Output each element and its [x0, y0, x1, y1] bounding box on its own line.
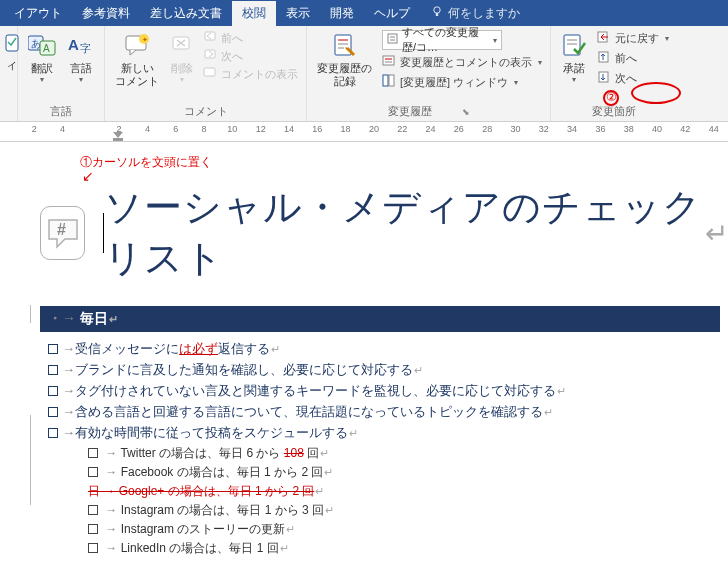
list-item: →含める言語と回避する言語について、現在話題になっているトピックを確認する↵ [48, 403, 728, 421]
dialog-launcher-icon[interactable]: ⬊ [462, 107, 470, 117]
change-bar [30, 305, 31, 323]
arrow-up-icon [597, 50, 611, 66]
annotation-arrow-icon: ↙ [82, 168, 94, 184]
translate-button[interactable]: あA 翻訳 ▾ [22, 28, 62, 89]
title-row: # ソーシャル・メディアのチェックリスト ↵ [40, 182, 728, 284]
chevron-down-icon: ▾ [665, 34, 669, 43]
ruler-tick: 6 [162, 124, 190, 134]
ruler-tick: 44 [700, 124, 728, 134]
changes-prev-button[interactable]: 前へ [597, 50, 669, 66]
arrow-down-icon [597, 70, 611, 86]
ruler-tick [77, 124, 105, 134]
tab-developer[interactable]: 開発 [320, 1, 364, 26]
tab-mailings[interactable]: 差し込み文書 [140, 1, 232, 26]
svg-text:✦: ✦ [142, 36, 148, 43]
ruler-tick: 16 [303, 124, 331, 134]
accept-button[interactable]: 承諾 ▾ [555, 28, 593, 89]
ruler-tick: 4 [133, 124, 161, 134]
markup-select-icon [387, 33, 399, 47]
change-bar [30, 415, 31, 505]
tell-me-box[interactable]: 何をしますか [420, 5, 520, 22]
checkbox-icon [48, 428, 58, 438]
section-heading: ・→ 毎日↵ [40, 306, 720, 332]
ruler-tick: 2 [20, 124, 48, 134]
delete-comment-button[interactable]: 削除 ▾ [165, 28, 199, 89]
annotation-oval-next [631, 82, 681, 104]
list-item: → LinkedIn の場合は、毎日 1 回↵ [88, 540, 728, 557]
arrow-right-icon [203, 48, 217, 64]
display-for-review-select[interactable]: すべての変更履歴/コ… ▾ [382, 30, 502, 50]
list-item: 日 → Google+ の場合は、毎日 1 から 2 回↵ [88, 483, 728, 500]
ruler-tick: 8 [190, 124, 218, 134]
checkbox-icon [88, 467, 98, 477]
svg-rect-16 [335, 35, 351, 55]
tab-view[interactable]: 表示 [276, 1, 320, 26]
svg-text:#: # [57, 221, 66, 238]
svg-rect-15 [204, 68, 215, 76]
accept-icon [561, 32, 587, 60]
ruler-tick: 12 [247, 124, 275, 134]
list-item: → Instagram の場合は、毎日 1 から 3 回↵ [88, 502, 728, 519]
svg-text:字: 字 [80, 42, 91, 54]
pane-icon [382, 74, 396, 90]
chevron-down-icon: ▾ [538, 58, 542, 67]
tab-references[interactable]: 参考資料 [72, 1, 140, 26]
show-markup-button[interactable]: 変更履歴とコメントの表示 ▾ [382, 54, 542, 70]
list-item: →有効な時間帯に従って投稿をスケジュールする↵ [48, 424, 728, 442]
document-area: ①カーソルを文頭に置く ↙ # ソーシャル・メディアのチェックリスト ↵ ・→ … [0, 142, 728, 557]
svg-rect-1 [436, 13, 438, 16]
list-item: → Twitter の場合は、毎日 6 から 108 回↵ [88, 445, 728, 462]
ruler-tick: 26 [445, 124, 473, 134]
checkbox-icon [88, 524, 98, 534]
svg-point-0 [434, 6, 440, 12]
svg-text:A: A [68, 36, 79, 53]
show-comments-button[interactable]: コメントの表示 [203, 66, 298, 82]
checkbox-icon [48, 365, 58, 375]
list-item: →タグ付けされていない言及と関連するキーワードを監視し、必要に応じて対応する↵ [48, 382, 728, 400]
track-changes-icon [332, 32, 358, 60]
reject-button[interactable]: 元に戻す ▾ [597, 30, 669, 46]
prev-comment-button[interactable]: 前へ [203, 30, 298, 46]
checkbox-icon [48, 386, 58, 396]
ruler-tick: 22 [388, 124, 416, 134]
tracking-group-label: 変更履歴 [388, 104, 432, 119]
delete-icon [171, 32, 193, 60]
paragraph-mark-icon: ↵ [705, 217, 728, 250]
comment-icon [203, 66, 217, 82]
language-button[interactable]: A字 言語 ▾ [62, 28, 100, 89]
ruler-tick: 34 [558, 124, 586, 134]
tab-layout[interactable]: イアウト [4, 1, 72, 26]
dropdown-icon: ▾ [572, 75, 576, 85]
check-icon [5, 30, 19, 58]
tab-review[interactable]: 校閲 [232, 1, 276, 26]
ruler-tick: 28 [473, 124, 501, 134]
chevron-down-icon: ▾ [514, 78, 518, 87]
arrow-left-icon [203, 30, 217, 46]
ruler-tick: 42 [671, 124, 699, 134]
list-icon [382, 54, 396, 70]
list-item: →受信メッセージには必ず返信する↵ [48, 340, 728, 358]
next-comment-button[interactable]: 次へ [203, 48, 298, 64]
tab-arrow-icon: ・→ [48, 310, 80, 326]
tab-help[interactable]: ヘルプ [364, 1, 420, 26]
track-changes-button[interactable]: 変更履歴の 記録 [311, 28, 378, 92]
list-item: → Instagram のストーリーの更新↵ [88, 521, 728, 538]
checkbox-icon [88, 505, 98, 515]
dropdown-icon: ▾ [180, 75, 184, 85]
ruler-tick: 36 [586, 124, 614, 134]
svg-rect-20 [388, 34, 397, 43]
ruler-tick: 20 [360, 124, 388, 134]
horizontal-ruler[interactable]: 2424681012141618202224262830323436384042… [0, 122, 728, 142]
reviewing-pane-button[interactable]: [変更履歴] ウィンドウ ▾ [382, 74, 542, 90]
new-comment-button[interactable]: ✦ 新しい コメント [109, 28, 165, 92]
ribbon: イ あA 翻訳 ▾ A字 言語 ▾ 言語 [0, 26, 728, 122]
tab-bar: イアウト 参考資料 差し込み文書 校閲 表示 開発 ヘルプ 何をしますか [0, 0, 728, 26]
checkbox-icon [48, 344, 58, 354]
checkbox-icon [48, 407, 58, 417]
new-comment-icon: ✦ [124, 32, 150, 60]
chevron-down-icon: ▾ [493, 36, 497, 45]
ruler-tick: 32 [530, 124, 558, 134]
hash-icon: # [40, 206, 85, 260]
svg-rect-23 [383, 56, 394, 65]
checklist: →受信メッセージには必ず返信する↵ →ブランドに言及した通知を確認し、必要に応じ… [40, 340, 728, 557]
